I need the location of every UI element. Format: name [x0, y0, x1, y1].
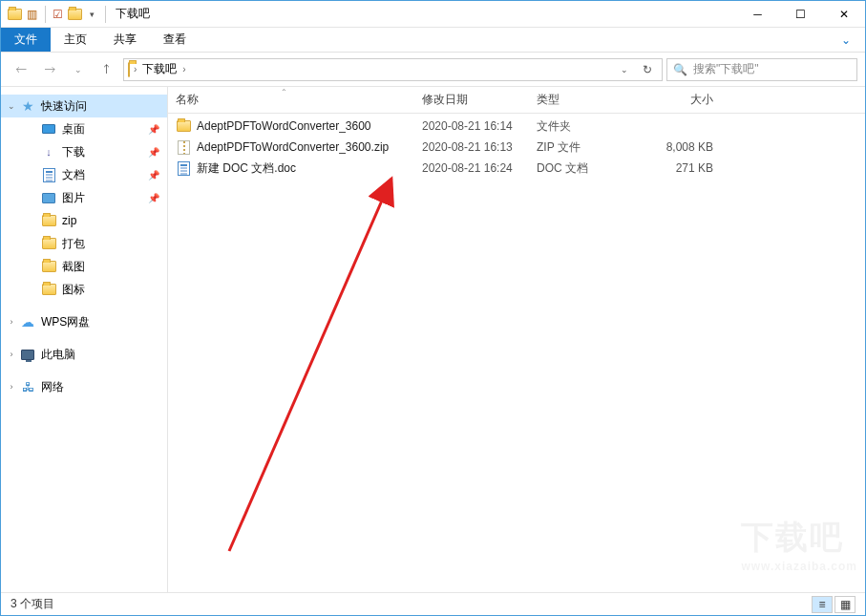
column-header-size[interactable]: 大小	[646, 92, 732, 108]
view-details-button[interactable]: ≡	[812, 596, 833, 613]
refresh-button[interactable]: ↻	[637, 59, 658, 80]
cloud-icon: ☁	[20, 314, 35, 329]
zip-icon	[176, 139, 191, 155]
pin-icon: 📌	[148, 193, 159, 203]
chevron-right-icon[interactable]: ›	[182, 64, 185, 74]
folder-icon	[128, 63, 130, 76]
nav-up-button[interactable]: 🡑	[95, 57, 119, 82]
status-item-count: 3 个项目	[11, 596, 54, 612]
sidebar-item-downloads[interactable]: ↓ 下载 📌	[1, 140, 167, 163]
doc-icon	[41, 167, 56, 182]
expand-icon[interactable]: ›	[7, 382, 16, 392]
window-controls: ─ ☐ ✕	[736, 1, 865, 28]
expand-icon[interactable]: ›	[7, 317, 16, 327]
breadcrumb-label: 下载吧	[142, 61, 177, 77]
star-icon: ★	[20, 98, 35, 114]
qat-dropdown-icon[interactable]: ▾	[84, 7, 99, 22]
sidebar-item-label: 网络	[41, 379, 64, 395]
column-headers: 名称 ⌃ 修改日期 类型 大小	[168, 87, 865, 114]
file-name: 新建 DOC 文档.doc	[197, 160, 296, 177]
maximize-button[interactable]: ☐	[779, 1, 822, 28]
pin-icon: 📌	[148, 147, 159, 158]
nav-forward-button[interactable]: 🡒	[37, 57, 62, 82]
sidebar-network[interactable]: › 🖧 网络	[1, 375, 167, 398]
qat-properties-icon[interactable]: ▥	[24, 7, 39, 22]
ribbon-expand-icon[interactable]: ⌄	[827, 28, 865, 52]
file-name: AdeptPDFToWordConverter_3600	[197, 119, 371, 133]
file-row[interactable]: AdeptPDFToWordConverter_3600.zip 2020-08…	[168, 137, 865, 158]
qat-check-icon[interactable]: ☑	[50, 7, 65, 22]
breadcrumb[interactable]: 下载吧	[140, 59, 179, 80]
address-dropdown-icon[interactable]: ⌄	[614, 59, 635, 80]
sidebar-wps[interactable]: › ☁ WPS网盘	[1, 310, 167, 333]
sidebar-item-label: 桌面	[62, 121, 85, 138]
sidebar-item-label: 下载	[62, 144, 85, 160]
separator	[105, 6, 106, 23]
file-date: 2020-08-21 16:13	[422, 140, 537, 154]
file-list: AdeptPDFToWordConverter_3600 2020-08-21 …	[168, 114, 865, 592]
search-icon: 🔍	[673, 63, 687, 76]
pin-icon: 📌	[148, 124, 159, 135]
column-label: 名称	[176, 93, 199, 106]
sidebar-item-label: WPS网盘	[41, 314, 90, 330]
desktop-icon	[41, 121, 56, 137]
sidebar-item-pictures[interactable]: 图片 📌	[1, 186, 167, 209]
file-type: 文件夹	[537, 118, 646, 135]
address-bar-row: 🡐 🡒 ⌄ 🡑 › 下载吧 › ⌄ ↻ 🔍 搜索"下载吧"	[1, 53, 865, 87]
sidebar-item-icons[interactable]: 图标	[1, 278, 167, 301]
ribbon: 文件 主页 共享 查看 ⌄	[1, 28, 865, 53]
nav-recent-dropdown[interactable]: ⌄	[66, 57, 91, 82]
address-box[interactable]: › 下载吧 › ⌄ ↻	[123, 58, 663, 81]
column-header-type[interactable]: 类型	[537, 92, 646, 108]
folder-icon	[176, 118, 191, 134]
folder-icon	[41, 236, 56, 251]
column-header-date[interactable]: 修改日期	[422, 92, 537, 108]
file-name: AdeptPDFToWordConverter_3600.zip	[197, 140, 389, 154]
window-title: 下载吧	[116, 6, 150, 22]
sidebar-item-label: 此电脑	[41, 347, 75, 363]
sidebar-item-label: 截图	[62, 259, 85, 275]
file-size: 271 KB	[646, 161, 732, 175]
file-size: 8,008 KB	[646, 140, 732, 154]
close-button[interactable]: ✕	[822, 1, 865, 28]
pin-icon: 📌	[148, 170, 159, 181]
sidebar: ⌄ ★ 快速访问 桌面 📌 ↓ 下载 📌 文档 📌 图片 📌 zip	[1, 87, 168, 592]
file-row[interactable]: AdeptPDFToWordConverter_3600 2020-08-21 …	[168, 116, 865, 137]
view-icons-button[interactable]: ▦	[834, 596, 855, 613]
column-header-name[interactable]: 名称 ⌃	[176, 92, 422, 108]
sidebar-item-label: 打包	[62, 236, 85, 252]
tab-home[interactable]: 主页	[51, 28, 100, 52]
separator	[45, 6, 46, 23]
folder-icon	[7, 7, 22, 22]
file-date: 2020-08-21 16:24	[422, 161, 537, 175]
file-row[interactable]: 新建 DOC 文档.doc 2020-08-21 16:24 DOC 文档 27…	[168, 158, 865, 179]
file-menu-button[interactable]: 文件	[1, 28, 51, 52]
content-pane: 名称 ⌃ 修改日期 类型 大小 AdeptPDFToWordConverter_…	[168, 87, 865, 592]
titlebar: ▥ ☑ ▾ 下载吧 ─ ☐ ✕	[1, 1, 865, 28]
expand-icon[interactable]: ⌄	[7, 101, 16, 111]
folder-icon	[41, 190, 56, 205]
tab-view[interactable]: 查看	[150, 28, 200, 52]
nav-back-button[interactable]: 🡐	[9, 57, 33, 82]
tab-share[interactable]: 共享	[100, 28, 150, 52]
view-mode-buttons: ≡ ▦	[812, 596, 855, 613]
sidebar-item-label: 图片	[62, 190, 85, 206]
pc-icon	[20, 347, 35, 362]
sidebar-item-label: 文档	[62, 167, 85, 183]
sidebar-item-label: 图标	[62, 282, 85, 298]
sidebar-item-desktop[interactable]: 桌面 📌	[1, 117, 167, 140]
sidebar-quickaccess[interactable]: ⌄ ★ 快速访问	[1, 95, 167, 117]
file-type: DOC 文档	[537, 160, 646, 177]
minimize-button[interactable]: ─	[736, 1, 779, 28]
chevron-right-icon[interactable]: ›	[134, 64, 137, 74]
search-input[interactable]: 🔍 搜索"下载吧"	[666, 58, 857, 81]
folder-icon	[67, 7, 82, 22]
file-type: ZIP 文件	[537, 139, 646, 156]
expand-icon[interactable]: ›	[7, 350, 16, 359]
sidebar-item-zip[interactable]: zip	[1, 209, 167, 232]
folder-icon	[41, 282, 56, 297]
sidebar-item-screenshot[interactable]: 截图	[1, 255, 167, 278]
sidebar-thispc[interactable]: › 此电脑	[1, 343, 167, 366]
sidebar-item-documents[interactable]: 文档 📌	[1, 163, 167, 186]
sidebar-item-package[interactable]: 打包	[1, 232, 167, 255]
